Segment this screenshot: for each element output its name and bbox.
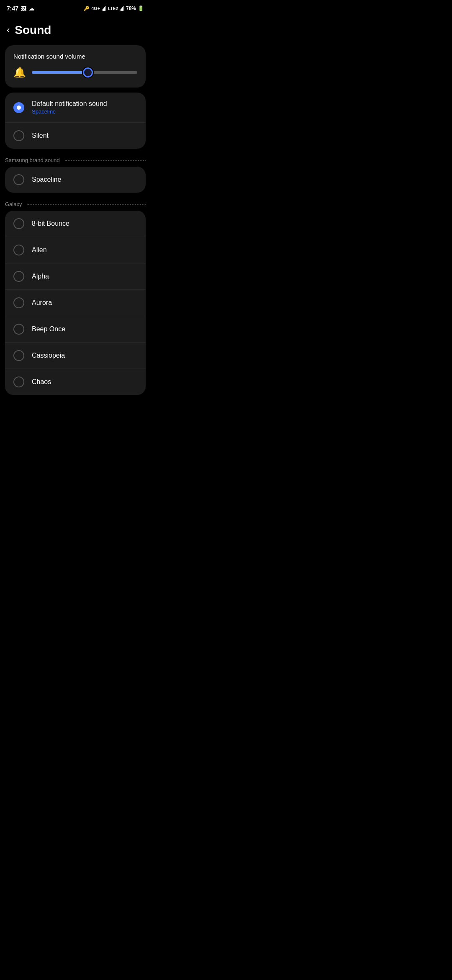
galaxy-section-header: Galaxy <box>0 196 151 211</box>
signal-bars-primary <box>102 6 106 11</box>
sound-item-alien[interactable]: Alien <box>5 237 146 263</box>
option-text-group-default: Default notification sound Spaceline <box>32 100 107 115</box>
sound-item-chaos[interactable]: Chaos <box>5 369 146 395</box>
volume-row: 🔔 <box>13 67 137 78</box>
slider-track <box>32 71 137 74</box>
slider-thumb[interactable] <box>83 67 93 77</box>
photo-icon: 🖼 <box>21 5 26 12</box>
key-icon: 🔑 <box>84 6 90 11</box>
lte-label: LTE2 <box>108 6 118 11</box>
signal-bars-secondary <box>120 6 124 11</box>
radio-default-notification <box>13 102 24 113</box>
radio-cassiopeia <box>13 350 24 361</box>
time-display: 7:47 <box>7 5 18 12</box>
samsung-sound-list: Spaceline <box>5 167 146 193</box>
radio-inner-selected <box>17 106 21 110</box>
network-type: 4G+ <box>91 6 100 11</box>
sound-item-beeponce[interactable]: Beep Once <box>5 316 146 343</box>
sound-label-beeponce: Beep Once <box>32 325 65 333</box>
default-options-card: Default notification sound Spaceline Sil… <box>5 93 146 149</box>
radio-alpha <box>13 271 24 282</box>
sound-item-cassiopeia[interactable]: Cassiopeia <box>5 343 146 369</box>
sound-label-spaceline: Spaceline <box>32 176 61 183</box>
option-label-default: Default notification sound <box>32 100 107 108</box>
status-bar: 7:47 🖼 ☁ 🔑 4G+ LTE2 78% 🔋 <box>0 0 151 15</box>
sound-item-aurora[interactable]: Aurora <box>5 290 146 316</box>
status-bar-right: 🔑 4G+ LTE2 78% 🔋 <box>84 5 144 11</box>
battery-percentage: 78% <box>126 5 136 11</box>
sound-label-aurora: Aurora <box>32 299 52 307</box>
radio-alien <box>13 245 24 255</box>
sound-label-chaos: Chaos <box>32 378 51 386</box>
sound-label-alien: Alien <box>32 246 47 254</box>
sound-item-8bitbounce[interactable]: 8-bit Bounce <box>5 211 146 237</box>
bell-icon: 🔔 <box>13 67 26 78</box>
samsung-section-header: Samsung brand sound <box>0 152 151 167</box>
option-label-silent: Silent <box>32 132 49 139</box>
galaxy-sound-list: 8-bit Bounce Alien Alpha Aurora Beep Onc… <box>5 211 146 395</box>
sound-item-spaceline[interactable]: Spaceline <box>5 167 146 193</box>
galaxy-section-divider <box>27 204 146 205</box>
samsung-section-label: Samsung brand sound <box>5 157 60 163</box>
volume-card: Notification sound volume 🔔 <box>5 45 146 88</box>
radio-beeponce <box>13 324 24 335</box>
radio-silent <box>13 130 24 141</box>
status-bar-left: 7:47 🖼 ☁ <box>7 5 34 12</box>
page-title: Sound <box>15 23 51 37</box>
sound-label-alpha: Alpha <box>32 273 49 280</box>
battery-icon: 🔋 <box>138 5 144 11</box>
sound-label-8bitbounce: 8-bit Bounce <box>32 220 69 227</box>
radio-chaos <box>13 377 24 387</box>
radio-spaceline <box>13 174 24 185</box>
radio-8bitbounce <box>13 218 24 229</box>
volume-slider[interactable] <box>32 67 137 78</box>
samsung-section-divider <box>65 160 146 161</box>
option-silent[interactable]: Silent <box>5 123 146 149</box>
option-subtext-default: Spaceline <box>32 108 107 115</box>
sound-item-alpha[interactable]: Alpha <box>5 263 146 290</box>
back-button[interactable]: ‹ <box>7 25 10 36</box>
galaxy-section-label: Galaxy <box>5 201 22 207</box>
volume-label: Notification sound volume <box>13 53 137 60</box>
option-default-notification[interactable]: Default notification sound Spaceline <box>5 93 146 123</box>
sound-label-cassiopeia: Cassiopeia <box>32 352 65 359</box>
cloud-icon: ☁ <box>29 5 34 12</box>
radio-aurora <box>13 297 24 308</box>
page-header: ‹ Sound <box>0 15 151 45</box>
